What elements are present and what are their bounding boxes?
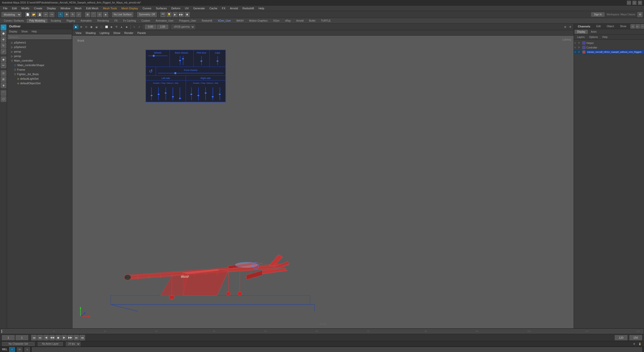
minimize-button[interactable]: − xyxy=(627,1,631,5)
vp-expand-icon[interactable]: ⊞ xyxy=(563,25,568,29)
rp-help-tab[interactable]: Help xyxy=(600,35,610,39)
mel-indicator2[interactable]: M xyxy=(17,347,22,352)
menu-deform[interactable]: Deform xyxy=(169,6,182,10)
vp-menu-show[interactable]: Show xyxy=(111,31,123,35)
play-fwd-btn[interactable]: ▶ xyxy=(61,335,67,340)
list-item[interactable]: ▷persp xyxy=(7,49,72,54)
outliner-main-controller[interactable]: ▽Main_controller xyxy=(7,58,72,63)
signin-button[interactable]: Sign In xyxy=(591,12,605,17)
vp-icon-9[interactable]: ▲ xyxy=(119,25,124,29)
rotate-tool-btn[interactable]: ↻ xyxy=(1,43,6,48)
vp-icon-10[interactable]: ◆ xyxy=(124,25,129,29)
mel-close-btn[interactable]: × xyxy=(24,347,30,352)
select-btn[interactable]: ↖ xyxy=(58,12,63,17)
menu-mesh-display[interactable]: Mesh Display xyxy=(119,6,140,10)
next-key-btn[interactable]: ⏭ xyxy=(73,335,79,340)
select-tool-btn[interactable]: ↖ xyxy=(1,25,6,30)
list-item[interactable]: ⬡Main_controllerShape xyxy=(7,63,72,67)
light-btn[interactable]: 💡 xyxy=(167,12,172,17)
vp-icon-3[interactable]: ▣ xyxy=(89,25,94,29)
ctx-motion-graphics[interactable]: Motion Graphics xyxy=(247,19,270,23)
menu-edit-mesh[interactable]: Edit Mesh xyxy=(84,6,100,10)
rp-tab-edit[interactable]: Edit xyxy=(594,24,603,28)
viewport-content[interactable]: front Lighting Wheels xyxy=(72,36,574,328)
ctx-fx[interactable]: FX xyxy=(112,19,120,23)
vp-menu-view[interactable]: View xyxy=(73,31,84,35)
menu-redsshift[interactable]: Redsshift xyxy=(240,6,256,10)
rp-object-row-aircraft[interactable]: V P Iranian_Aircraft_HESA_Saeqeh_without… xyxy=(574,50,644,54)
prev-key-btn[interactable]: ⏭ xyxy=(37,335,43,340)
ctx-animation-user[interactable]: Animation_User xyxy=(153,19,176,23)
menu-modify[interactable]: Modify xyxy=(19,6,31,10)
sculpt-btn[interactable]: ✏ xyxy=(1,63,6,68)
move-tool-btn[interactable]: ✥ xyxy=(1,37,6,42)
vp-value1-input[interactable] xyxy=(145,25,156,29)
timeline-track[interactable]: 1 10 20 30 40 50 60 70 80 90 100 110 120 xyxy=(1,329,643,333)
info-char-icon[interactable]: ⌛ xyxy=(637,342,642,346)
vp-icon-6[interactable]: ⬜ xyxy=(104,25,109,29)
workspace-btn[interactable]: ⚙ xyxy=(637,12,642,17)
ctx-vray[interactable]: vRay xyxy=(283,19,293,23)
rp-collapse-btn[interactable]: ▷ xyxy=(635,24,640,29)
menu-help[interactable]: Help xyxy=(257,6,266,10)
vp-icon-1[interactable]: ⊞ xyxy=(79,25,84,29)
menu-mesh-tools[interactable]: Mesh Tools xyxy=(101,6,119,10)
scale-tool-btn[interactable]: ⤢ xyxy=(1,49,6,54)
vp-icon-11[interactable]: ⤡ xyxy=(132,25,137,29)
mode-dropdown[interactable]: Modeling Rigging Animation xyxy=(2,12,21,17)
ctx-bullet[interactable]: Bullet xyxy=(307,19,318,23)
stop-btn[interactable]: ⏹ xyxy=(55,335,61,340)
vp-value2-input[interactable] xyxy=(157,25,168,29)
info-settings-icon[interactable]: ⚙ xyxy=(632,342,636,346)
outliner-tab-show[interactable]: Show xyxy=(19,30,30,33)
ctx-turtle[interactable]: TURTLE xyxy=(319,19,333,23)
menu-fx[interactable]: FX xyxy=(220,6,227,10)
move-btn[interactable]: ✥ xyxy=(64,12,69,17)
close-button[interactable]: × xyxy=(638,1,642,5)
fps-dropdown[interactable]: 24 fps 30 fps 60 fps xyxy=(66,342,80,346)
step-back-btn[interactable]: ◀ xyxy=(43,335,49,340)
ctx-redsshift[interactable]: Redsshift xyxy=(199,19,215,23)
list-item[interactable]: ▷pSphere1 xyxy=(7,40,72,45)
play-fwd-fast-btn[interactable]: ▶▶ xyxy=(67,335,73,340)
vp-icon-4[interactable]: ◪ xyxy=(94,25,99,29)
paint-select-btn[interactable]: ⬟ xyxy=(1,31,6,36)
frame-current-input[interactable] xyxy=(16,335,28,340)
rp-tab-channels[interactable]: Channels xyxy=(576,24,592,28)
rp-min-btn[interactable]: − xyxy=(640,24,644,29)
menu-window[interactable]: Window xyxy=(58,6,72,10)
menu-surfaces[interactable]: Surfaces xyxy=(154,6,169,10)
outliner-tab-display[interactable]: Display xyxy=(7,30,19,33)
menu-curves[interactable]: Curves xyxy=(141,6,153,10)
ctx-xgen-user[interactable]: XGen_User xyxy=(215,19,233,23)
list-item[interactable]: ⊕defaultLightSet xyxy=(7,76,72,81)
list-item[interactable]: ▷persp xyxy=(7,54,72,58)
curve-tool-btn[interactable]: ⌒ xyxy=(1,90,6,96)
maximize-button[interactable]: □ xyxy=(632,1,636,5)
camera-btn[interactable]: 📷 xyxy=(160,12,166,17)
menu-edit[interactable]: Edit xyxy=(10,6,19,10)
go-start-btn[interactable]: ⏮ xyxy=(31,335,37,340)
menu-cache[interactable]: Cache xyxy=(207,6,219,10)
vp-icon-8[interactable]: ⧉ xyxy=(114,25,119,29)
frame-end2-input[interactable] xyxy=(629,335,642,340)
rotate-btn[interactable]: ↻ xyxy=(70,12,75,17)
snap-grid-btn[interactable]: ⊞ xyxy=(85,12,90,17)
vp-menu-lighting[interactable]: Lighting xyxy=(98,31,111,35)
rp-layers-tab[interactable]: Layers xyxy=(575,35,587,39)
rp-display-tab[interactable]: Display xyxy=(575,30,588,34)
render-seq-btn[interactable]: ▶▶ xyxy=(179,12,184,17)
stop-render-btn[interactable]: ⏹ xyxy=(185,12,190,17)
surface-tool-btn[interactable]: ⬡ xyxy=(1,96,6,102)
rp-tab-show[interactable]: Show xyxy=(618,24,628,28)
ctx-mash[interactable]: MASH xyxy=(234,19,246,23)
menu-generate[interactable]: Generate xyxy=(191,6,207,10)
redo-btn[interactable]: ↪ xyxy=(49,12,54,17)
rp-expand-btn[interactable]: ◁ xyxy=(630,24,635,29)
outliner-search-input[interactable] xyxy=(8,35,71,39)
menu-display[interactable]: Display xyxy=(45,6,58,10)
snap-surface-btn[interactable]: ◈ xyxy=(103,12,108,17)
play-back-btn[interactable]: ◀◀ xyxy=(49,335,55,340)
ctx-curves-surfaces[interactable]: Curves / Surfaces xyxy=(2,19,26,23)
rp-object-row-helper[interactable]: V P Helper xyxy=(574,41,644,45)
